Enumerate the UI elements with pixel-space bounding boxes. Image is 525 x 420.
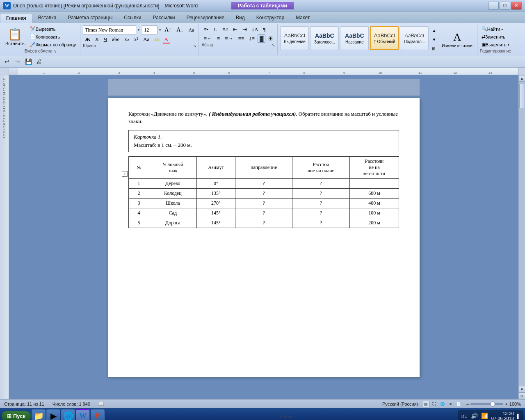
tab-layout[interactable]: Разметка страницы — [62, 13, 118, 23]
row3-symbol: Школа — [149, 199, 197, 208]
style-heading-button[interactable]: AaBbC Заголово... — [310, 26, 339, 50]
style-normal-button[interactable]: AaBbCcI † Обычный — [370, 26, 399, 50]
sort-button[interactable]: ↕A — [250, 25, 260, 34]
fullscreen-button[interactable]: ⛶ — [430, 401, 438, 407]
show-marks-button[interactable]: ¶ — [261, 25, 268, 34]
shrink-font-button[interactable]: A↓ — [174, 26, 185, 34]
tab-view[interactable]: Вид — [230, 13, 251, 23]
styles-scroll-up[interactable]: ▲ — [430, 26, 438, 34]
scroll-track[interactable] — [519, 82, 525, 386]
underline-button[interactable]: Ч — [102, 35, 109, 43]
bullets-button[interactable]: ≡• — [201, 25, 210, 34]
taskbar-powerpoint-icon[interactable]: P — [91, 409, 105, 420]
draft-button[interactable]: 📄 — [455, 401, 462, 407]
copy-button[interactable]: 📄 Копировать — [28, 33, 78, 40]
start-button[interactable]: ⊞ Пуск — [2, 411, 31, 420]
paste-button[interactable]: 📋 Вставить — [3, 26, 27, 47]
scroll-thumb[interactable] — [519, 84, 525, 108]
superscript-button[interactable]: x² — [132, 35, 140, 43]
scroll-down-button[interactable]: ▼ — [519, 386, 525, 393]
borders-button[interactable]: ⊞ — [266, 34, 275, 43]
shading-button[interactable]: ▓ — [258, 34, 265, 43]
italic-button[interactable]: К — [93, 35, 101, 43]
document-area[interactable]: Карточки «Движение по азимуту». ( Индиви… — [9, 75, 518, 399]
highlight-button[interactable]: ab — [152, 35, 161, 43]
tab-review[interactable]: Рецензирование — [180, 13, 230, 23]
font-name-field[interactable]: Times New Roman — [83, 25, 136, 34]
minimize-button[interactable]: – — [488, 2, 499, 10]
windows-icon: ⊞ — [7, 413, 11, 419]
zoom-out-button[interactable]: – — [466, 402, 469, 406]
tab-insert[interactable]: Вставка — [32, 13, 62, 23]
tab-mailings[interactable]: Рассылки — [147, 13, 181, 23]
font-size-field[interactable]: 12 — [142, 25, 158, 34]
tab-constructor[interactable]: Конструктор — [251, 13, 290, 23]
clipboard-expand-icon[interactable]: ↘ — [53, 49, 57, 53]
style-title-button[interactable]: AaBbC Название — [340, 26, 369, 50]
bold-button[interactable]: Ж — [83, 35, 92, 43]
save-button[interactable]: 💾 — [24, 57, 33, 66]
multilevel-button[interactable]: ≡# — [220, 25, 230, 34]
print-layout-button[interactable]: ▤ — [422, 401, 429, 407]
numbering-button[interactable]: 1. — [211, 25, 219, 34]
taskbar-volume-icon[interactable]: 🔊 — [471, 413, 478, 420]
clear-format-button[interactable]: Aa — [186, 26, 196, 34]
zoom-thumb[interactable] — [490, 402, 495, 406]
replace-button[interactable]: ⇄ Заменить — [480, 33, 511, 40]
font-color-button[interactable]: A — [162, 35, 170, 43]
align-left-button[interactable]: ≡← — [201, 34, 214, 43]
editing-group-label: Редактирование — [480, 49, 511, 53]
line-spacing-button[interactable]: ↕≡ — [247, 34, 257, 43]
outline-button[interactable]: ≡ — [447, 401, 454, 407]
cut-button[interactable]: ✂️ Вырезать — [28, 25, 78, 32]
web-layout-button[interactable]: 🌐 — [438, 401, 446, 407]
zoom-slider[interactable] — [470, 403, 503, 405]
paragraph-bottom-row: ≡← ≡ ≡→ ≡≡ ↕≡ ▓ ⊞ — [201, 34, 275, 43]
table-handle-button[interactable]: + — [122, 171, 128, 177]
styles-scroll-controls: ▲ ▼ ⊞ — [430, 26, 438, 52]
text-effect-button[interactable]: Aa — [141, 35, 151, 43]
styles-list: AaBbCcI Выделение AaBbC Заголово... AaBb… — [280, 26, 438, 52]
subscript-button[interactable]: x₂ — [122, 35, 131, 43]
paragraph-expand-icon[interactable]: ↘ — [272, 43, 275, 47]
select-button[interactable]: ▣ Выделить • — [480, 41, 511, 48]
font-expand-icon[interactable]: ↘ — [193, 43, 196, 48]
redo-button[interactable]: ↪ — [13, 57, 22, 66]
change-styles-button[interactable]: A Изменить стили — [440, 30, 474, 49]
align-right-button[interactable]: ≡→ — [223, 34, 235, 43]
vertical-scrollbar[interactable]: ▲ ▼ ⊞ — [518, 75, 525, 399]
increase-indent-button[interactable]: ⇥ — [240, 25, 249, 34]
tab-layout2[interactable]: Макет — [290, 13, 315, 23]
status-bar: Страница: 11 из 11 Число слов: 1 940 📖 Р… — [0, 399, 525, 408]
grow-font-button[interactable]: A↑ — [162, 26, 173, 34]
taskbar-explorer-icon[interactable]: 📁 — [32, 409, 46, 420]
format-painter-button[interactable]: 🖌️ Формат по образцу — [28, 41, 78, 48]
taskbar-network-icon[interactable]: 📶 — [481, 413, 488, 420]
find-button[interactable]: 🔍 Найти • — [480, 25, 511, 32]
scroll-up-button[interactable]: ▲ — [519, 75, 525, 82]
justify-button[interactable]: ≡≡ — [236, 34, 246, 43]
font-size-dropdown-icon[interactable]: ▼ — [158, 28, 162, 32]
spell-check-icon[interactable]: 📖 — [98, 401, 104, 406]
close-button[interactable]: ✕ — [511, 2, 522, 10]
taskbar-ie-icon[interactable]: 🌐 — [61, 409, 75, 420]
maximize-button[interactable]: □ — [500, 2, 510, 10]
styles-expand[interactable]: ⊞ — [430, 44, 438, 52]
tab-references[interactable]: Ссылки — [118, 13, 147, 23]
undo-button[interactable]: ↩ — [2, 57, 11, 66]
decrease-indent-button[interactable]: ⇤ — [231, 25, 240, 34]
tab-home[interactable]: Главная — [0, 13, 32, 23]
strikethrough-button[interactable]: abc — [110, 35, 121, 43]
scroll-bottom-button[interactable]: ⊞ — [519, 393, 525, 399]
taskbar-word-icon[interactable]: W — [76, 409, 90, 420]
style-highlight-button[interactable]: AaBbCcI Выделение — [280, 26, 309, 50]
zoom-in-button[interactable]: + — [505, 402, 507, 406]
language-button[interactable]: Русский (Россия) — [382, 402, 418, 406]
styles-scroll-down[interactable]: ▼ — [430, 35, 438, 43]
style-subtitle-button[interactable]: AaBbCcI Подзагол... — [400, 26, 429, 50]
align-center-button[interactable]: ≡ — [215, 34, 222, 43]
show-desktop-button[interactable]: ▌ — [517, 414, 520, 418]
quick-print-button[interactable]: 🖨 — [34, 57, 43, 66]
font-name-dropdown-icon[interactable]: ▼ — [137, 28, 140, 32]
taskbar-media-icon[interactable]: ▶ — [46, 409, 60, 420]
